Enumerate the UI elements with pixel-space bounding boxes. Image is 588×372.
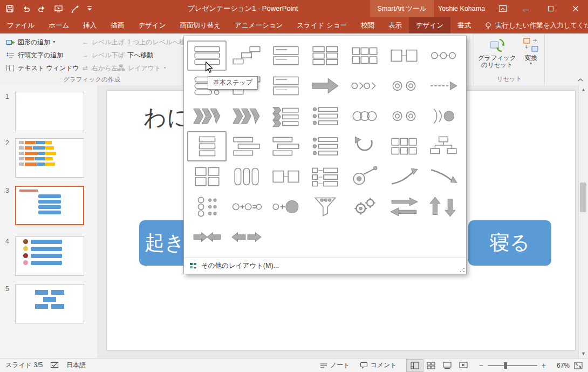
layout-thumbnail-37[interactable] [227, 192, 266, 222]
layout-thumbnail-42[interactable] [423, 192, 463, 222]
more-layouts-item[interactable]: その他のレイアウト(M)... [184, 258, 466, 274]
layout-thumbnail-7[interactable] [423, 40, 463, 71]
layout-thumbnail-10[interactable] [266, 71, 305, 101]
fit-slide-to-window-button[interactable] [574, 362, 583, 369]
smartart-shape-right[interactable]: 寝る [468, 220, 551, 266]
layout-thumbnail-32[interactable] [305, 161, 345, 192]
tab-file[interactable]: ファイル [0, 17, 42, 33]
zoom-in-button[interactable]: + [542, 361, 546, 370]
zoom-level[interactable]: 67% [551, 362, 570, 369]
minimize-button[interactable] [514, 0, 538, 17]
move-down-button[interactable]: ↓ 下へ移動 [115, 50, 194, 60]
layout-thumbnail-13[interactable] [384, 71, 423, 101]
layout-thumbnail-4[interactable] [305, 40, 345, 71]
thumbnail-image [15, 284, 84, 323]
layout-thumbnail-5[interactable] [345, 40, 384, 71]
redo-icon[interactable] [38, 4, 46, 13]
start-slideshow-icon[interactable] [54, 4, 63, 13]
scroll-up-button[interactable]: ▲ [579, 85, 588, 94]
add-bullet-button[interactable]: 行頭文字の追加 [4, 50, 81, 60]
slide-thumbnail-panel: 1 2 3 4 [0, 85, 98, 358]
layout-thumbnail-35[interactable] [423, 161, 463, 192]
layout-thumbnail-38[interactable] [266, 192, 305, 222]
layout-thumbnail-2[interactable] [227, 40, 266, 71]
layout-thumbnail-29[interactable] [187, 161, 227, 192]
convert-button[interactable]: 変換 ▾ [519, 36, 543, 70]
text-pane-button[interactable]: テキスト ウィンドウ [4, 63, 81, 73]
layout-thumbnail-25[interactable] [305, 131, 345, 161]
tab-transitions[interactable]: 画面切り替え [173, 17, 228, 33]
maximize-button[interactable] [538, 0, 563, 17]
tab-slideshow[interactable]: スライド ショー [290, 17, 354, 33]
save-icon[interactable] [5, 4, 14, 13]
tab-view[interactable]: 表示 [381, 17, 409, 33]
slideshow-view-button[interactable] [455, 360, 471, 371]
layout-thumbnail-18[interactable] [305, 101, 345, 131]
layout-thumbnail-31[interactable] [266, 161, 305, 192]
layout-thumbnail-11[interactable] [305, 71, 345, 101]
layout-thumbnail-26[interactable] [345, 131, 384, 161]
tab-draw[interactable]: 描画 [104, 17, 131, 33]
scroll-thumb[interactable] [580, 182, 586, 212]
layout-thumbnail-15[interactable] [187, 101, 227, 131]
chevrons-layout-icon [231, 105, 262, 127]
tellme-box[interactable]: 実行したい作業を入力してください [478, 17, 588, 33]
zoom-out-button[interactable]: − [479, 361, 483, 370]
layout-thumbnail-6[interactable] [384, 40, 423, 71]
tab-smartart-format[interactable]: 書式 [450, 17, 478, 33]
converge-layout-icon [192, 226, 223, 248]
layout-thumbnail-33[interactable] [345, 161, 384, 192]
layout-thumbnail-44[interactable] [227, 222, 266, 252]
vertical-scrollbar[interactable]: ▲ ▼ [578, 85, 588, 358]
slide-indicator[interactable]: スライド 3/5 [5, 361, 43, 370]
tab-home[interactable]: ホーム [42, 17, 76, 33]
layout-thumbnail-27[interactable] [384, 131, 423, 161]
layout-thumbnail-24[interactable] [266, 131, 305, 161]
layout-thumbnail-22[interactable] [187, 131, 227, 161]
customize-qat-icon[interactable] [87, 5, 92, 12]
zoom-slider-thumb[interactable] [504, 362, 507, 369]
layout-thumbnail-30[interactable] [227, 161, 266, 192]
scroll-down-button[interactable]: ▼ [579, 349, 588, 358]
layout-button[interactable]: レイアウト ▾ [115, 63, 194, 73]
reset-graphic-button[interactable]: グラフィックのリセット [475, 36, 519, 70]
tab-smartart-design[interactable]: デザイン [409, 17, 450, 33]
layout-thumbnail-19[interactable] [345, 101, 384, 131]
layout-thumbnail-28[interactable] [423, 131, 463, 161]
language-indicator[interactable]: 日本語 [66, 361, 86, 370]
tab-design[interactable]: デザイン [131, 17, 173, 33]
proofing-icon[interactable] [50, 361, 59, 369]
layout-thumbnail-3[interactable] [266, 40, 305, 71]
undo-icon[interactable] [22, 4, 30, 13]
layout-thumbnail-17[interactable] [266, 101, 305, 131]
zoom-slider[interactable] [488, 362, 537, 369]
tab-insert[interactable]: 挿入 [76, 17, 104, 33]
move-up-button[interactable]: ↑ 1 つ上のレベルへ移動 [115, 37, 194, 47]
layout-thumbnail-14[interactable] [423, 71, 463, 101]
resize-grip-icon[interactable] [460, 268, 465, 273]
notes-button[interactable]: ノート [320, 361, 350, 370]
layout-thumbnail-21[interactable] [423, 101, 463, 131]
layout-thumbnail-40[interactable] [345, 192, 384, 222]
ribbon-display-options-button[interactable] [492, 0, 514, 17]
layout-thumbnail-20[interactable] [384, 101, 423, 131]
user-name[interactable]: Yoshie Kohama [438, 0, 485, 17]
tab-animations[interactable]: アニメーション [228, 17, 290, 33]
comments-button[interactable]: コメント [360, 361, 397, 370]
layout-thumbnail-39[interactable] [305, 192, 345, 222]
add-shape-button[interactable]: 図形の追加 ▾ [4, 37, 81, 47]
ink-replay-icon[interactable] [71, 4, 79, 13]
normal-view-button[interactable] [407, 360, 423, 371]
layout-thumbnail-16[interactable] [227, 101, 266, 131]
layout-thumbnail-41[interactable] [384, 192, 423, 222]
layout-thumbnail-43[interactable] [187, 222, 227, 252]
layout-thumbnail-12[interactable] [345, 71, 384, 101]
close-button[interactable] [563, 0, 588, 17]
tab-review[interactable]: 校閲 [354, 17, 381, 33]
collapse-ribbon-icon[interactable] [577, 78, 584, 82]
layout-thumbnail-34[interactable] [384, 161, 423, 192]
layout-thumbnail-36[interactable] [187, 192, 227, 222]
slide-sorter-view-button[interactable] [423, 360, 439, 371]
layout-thumbnail-23[interactable] [227, 131, 266, 161]
reading-view-button[interactable] [439, 360, 455, 371]
